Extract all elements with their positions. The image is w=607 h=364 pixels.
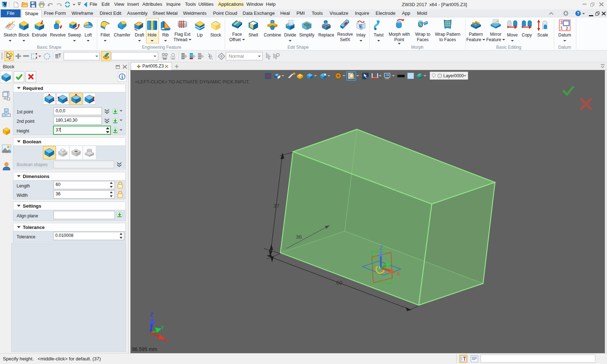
svg-text:36: 36 bbox=[296, 234, 302, 240]
svg-text:1: 1 bbox=[560, 26, 563, 31]
svg-text:Z: Z bbox=[379, 244, 383, 251]
svg-text:Z: Z bbox=[150, 311, 153, 317]
svg-text:?: ? bbox=[577, 11, 580, 16]
svg-text:X: X bbox=[164, 337, 168, 343]
svg-text:60: 60 bbox=[336, 280, 343, 286]
svg-text:X: X bbox=[396, 270, 400, 277]
svg-text:37: 37 bbox=[274, 203, 280, 209]
svg-text:Y: Y bbox=[161, 324, 164, 330]
svg-text:2: 2 bbox=[566, 26, 568, 31]
svg-text:96.595 mm: 96.595 mm bbox=[132, 346, 157, 352]
svg-text:3: 3 bbox=[560, 20, 563, 25]
